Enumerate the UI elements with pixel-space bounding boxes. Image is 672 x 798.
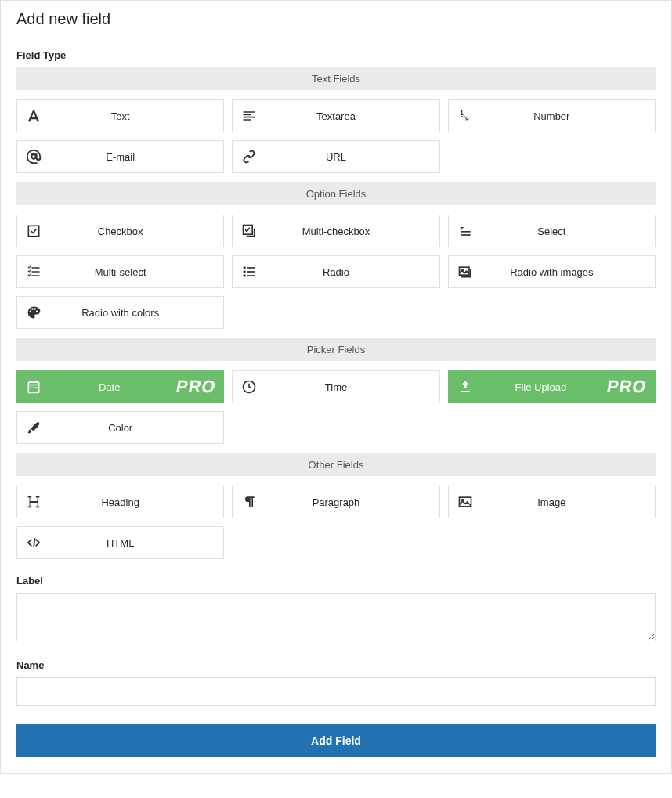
tile-label: Text [50,110,223,122]
tile-label: Image [482,496,655,508]
group-grid-picker: Date PRO Time File Upload PRO C [16,370,656,444]
tile-html[interactable]: HTML [16,526,224,559]
brush-icon [17,412,50,443]
checkbox-icon [17,215,50,247]
panel-title: Add new field [16,10,656,28]
tile-label: Radio with images [482,266,655,278]
group-header-option: Option Fields [16,182,656,205]
svg-point-16 [461,500,463,501]
multi-checkbox-icon [233,215,266,247]
panel-body: Field Type Text Fields Text Textarea 19 [1,38,671,773]
align-left-icon [233,100,266,132]
group-grid-option: Checkbox Multi-checkbox Select Multi-sel… [16,215,656,329]
pro-badge: PRO [605,377,649,397]
tile-label: E-mail [50,151,223,163]
tile-radio[interactable]: Radio [232,255,439,288]
tile-text[interactable]: Text [16,99,224,132]
multi-select-icon [17,256,50,287]
tile-color[interactable]: Color [16,411,224,444]
tile-radio-colors[interactable]: Radio with colors [16,296,224,329]
svg-rect-9 [247,271,255,273]
tile-multi-checkbox[interactable]: Multi-checkbox [232,215,439,247]
tile-label: Select [482,226,655,237]
name-input[interactable] [16,677,656,706]
svg-rect-11 [247,275,255,276]
list-icon [233,256,266,287]
tile-label: Number [482,110,655,122]
group-header-other: Other Fields [16,453,656,476]
tile-heading[interactable]: Heading [16,486,224,518]
tile-file-upload[interactable]: File Upload PRO [448,370,656,403]
tile-time[interactable]: Time [232,370,439,403]
at-icon [17,141,50,172]
code-icon [17,527,50,558]
link-icon [233,141,266,172]
tile-email[interactable]: E-mail [16,140,224,173]
svg-rect-7 [247,267,255,269]
image-icon [449,486,482,518]
tile-number[interactable]: 19 Number [448,99,656,132]
svg-point-8 [244,270,246,273]
svg-point-13 [461,269,463,271]
tile-label: Radio [266,266,439,278]
font-icon [17,100,50,132]
group-grid-other: Heading Paragraph Image HTML [16,486,656,559]
tile-label: Checkbox [50,226,223,237]
tile-label: HTML [50,537,223,549]
svg-rect-4 [461,231,471,233]
tile-label: URL [266,151,439,163]
tile-date[interactable]: Date PRO [16,370,224,403]
select-icon [449,215,482,247]
tile-label: Textarea [266,110,439,122]
name-field-label: Name [16,659,656,671]
images-icon [449,256,482,287]
group-header-picker: Picker Fields [16,338,656,361]
panel-header: Add new field [1,1,671,38]
tile-label: Multi-checkbox [266,226,439,237]
tile-label: Radio with colors [50,307,223,319]
label-field-label: Label [16,575,656,587]
paragraph-icon [233,486,266,518]
name-group: Name [16,659,656,706]
number-icon: 19 [449,100,482,132]
tile-url[interactable]: URL [232,140,439,173]
clock-icon [233,371,266,403]
upload-icon [449,371,482,403]
svg-point-6 [244,266,246,269]
svg-point-10 [244,274,246,276]
tile-image[interactable]: Image [448,486,656,518]
group-header-text: Text Fields [16,67,656,90]
calendar-icon [17,371,50,403]
add-field-panel: Add new field Field Type Text Fields Tex… [0,0,672,774]
tile-label: Paragraph [266,496,439,508]
tile-label: Heading [50,496,223,508]
field-type-label: Field Type [16,49,656,61]
svg-rect-5 [461,234,471,236]
svg-text:1: 1 [460,109,464,117]
svg-text:9: 9 [465,115,469,123]
tile-checkbox[interactable]: Checkbox [16,215,224,247]
tile-multi-select[interactable]: Multi-select [16,255,224,288]
tile-radio-images[interactable]: Radio with images [448,255,656,288]
svg-rect-2 [28,226,38,236]
group-grid-text: Text Textarea 19 Number E-mail [16,99,656,173]
add-field-button[interactable]: Add Field [16,724,656,757]
tile-label: Time [266,381,439,393]
tile-select[interactable]: Select [448,215,656,247]
label-input[interactable] [16,593,656,641]
tile-textarea[interactable]: Textarea [232,99,439,132]
pro-badge: PRO [174,377,217,397]
tile-label: Multi-select [50,266,223,278]
heading-icon [17,486,50,518]
tile-label: Color [50,422,223,434]
label-group: Label [16,575,656,644]
palette-icon [17,297,50,328]
tile-paragraph[interactable]: Paragraph [232,486,439,518]
